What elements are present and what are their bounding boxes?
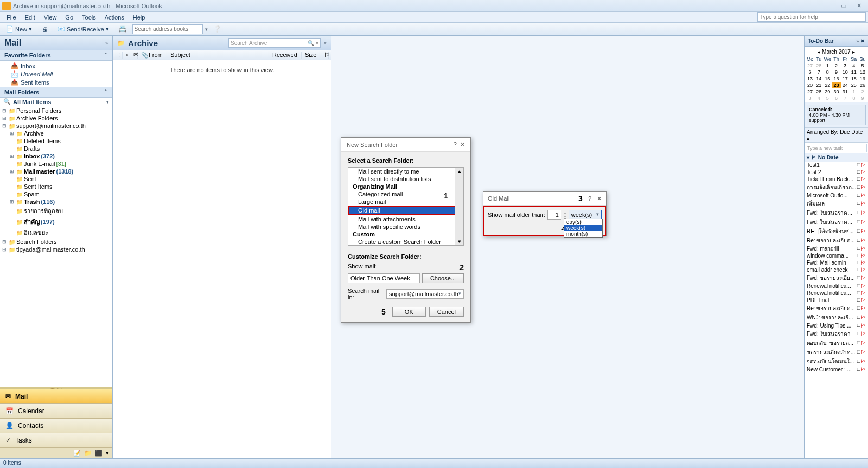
scrollbar[interactable]: ▴ ▾	[455, 168, 463, 245]
listbox-item[interactable]: Mail with specific words	[348, 223, 463, 230]
nav-folder-icon[interactable]: 📁	[84, 450, 92, 457]
task-item[interactable]: Ticket From Back...☐🏳	[805, 176, 868, 183]
todo-close-icon[interactable]: ✕	[860, 38, 865, 44]
task-item[interactable]: Fwd: ใบเสนอราคา☐🏳	[805, 329, 868, 338]
nav-notes-icon[interactable]: 📝	[73, 450, 81, 457]
dialog-close-icon[interactable]: ✕	[460, 141, 465, 148]
cancel-button[interactable]: Cancel	[429, 307, 464, 317]
menu-go[interactable]: Go	[61, 13, 78, 22]
old-mail-help-icon[interactable]: ?	[588, 195, 591, 202]
task-item[interactable]: ตอบกลับ: ขอรายล...☐🏳	[805, 338, 868, 348]
date-navigator[interactable]: ◂ March 2017 ▸ MoTuWeThFrSaSu27281234567…	[805, 47, 868, 102]
task-item[interactable]: Fwd: ขอรายละเอีย...☐🏳	[805, 273, 868, 283]
old-mail-close-icon[interactable]: ✕	[597, 195, 602, 202]
folder-item[interactable]: 📁 Drafts	[0, 145, 112, 152]
task-item[interactable]: WNJ: ขอรายละเอี...☐🏳	[805, 313, 868, 322]
menu-edit[interactable]: Edit	[21, 13, 40, 22]
folder-item[interactable]: ⊞📁 Inbox (372)	[0, 152, 112, 160]
help-button[interactable]: ❔	[210, 24, 225, 34]
appointment-item[interactable]: Canceled: 4:00 PM - 4:30 PM support	[807, 105, 866, 125]
task-item[interactable]: Re: ขอรายละเอียด...☐🏳	[805, 304, 868, 313]
listbox-item[interactable]: Mail with attachments	[348, 215, 463, 223]
fav-inbox[interactable]: 📥 Inbox	[0, 62, 112, 70]
task-item[interactable]: New Customer : ...☐🏳	[805, 366, 868, 373]
column-headers[interactable]: !▫✉📎 From Subject Received Size 🏳	[113, 50, 331, 60]
folder-item[interactable]: ⊞📁 Mailmaster (1318)	[0, 168, 112, 175]
task-item[interactable]: Renewal notifica...☐🏳	[805, 290, 868, 297]
fav-unread[interactable]: 📩 Unread Mail	[0, 70, 112, 78]
send-receive-button[interactable]: 📧Send/Receive ▾	[54, 24, 113, 34]
expand-icon[interactable]: »	[324, 40, 327, 46]
fav-sent[interactable]: 📤 Sent Items	[0, 78, 112, 86]
task-item[interactable]: Test1☐🏳	[805, 162, 868, 169]
task-item[interactable]: email addr check☐🏳	[805, 266, 868, 273]
listbox-item[interactable]: Mail sent to distribution lists	[348, 175, 463, 183]
listbox-item-selected[interactable]: Old mail	[348, 206, 463, 215]
search-icon[interactable]: 🔍 ▾	[308, 40, 318, 46]
nav-calendar-button[interactable]: 📅 Calendar	[0, 403, 112, 418]
task-item[interactable]: Fwd: ใบเสนอราค...☐🏳	[805, 208, 868, 217]
menu-file[interactable]: File	[2, 13, 21, 22]
help-search-input[interactable]	[757, 12, 866, 22]
task-arrange-header[interactable]: Arranged By: Due Date ▴	[805, 128, 868, 143]
folder-item[interactable]: ⊞📁 Search Folders	[0, 238, 112, 246]
option-days[interactable]: day(s)	[564, 219, 602, 225]
folder-item[interactable]: 📁 Sent	[0, 175, 112, 183]
address-book-button[interactable]: 📇	[115, 24, 130, 34]
favorite-folders-header[interactable]: Favorite Folders⌃	[0, 50, 112, 61]
task-item[interactable]: Microsoft Outlo...☐🏳	[805, 192, 868, 199]
close-button[interactable]: ✕	[852, 2, 866, 10]
folder-item[interactable]: ⊞📁 Archive	[0, 130, 112, 137]
choose-button[interactable]: Choose...	[422, 273, 464, 283]
listbox-item[interactable]: Mail sent directly to me	[348, 168, 463, 175]
folder-item[interactable]: ⊞📁 tipyada@mailmaster.co.th	[0, 246, 112, 253]
maximize-button[interactable]: ▭	[837, 2, 851, 10]
task-item[interactable]: Fwd: mandrill☐🏳	[805, 245, 868, 252]
search-folder-input[interactable]: Search Archive 🔍 ▾	[228, 38, 321, 48]
task-item[interactable]: Renewal notifica...☐🏳	[805, 283, 868, 290]
task-item[interactable]: ขอรายละเอียดสำห...☐🏳	[805, 348, 868, 357]
task-item[interactable]: เพิ่มเมล☐🏳	[805, 199, 868, 208]
task-item[interactable]: Fwd: Mail admin☐🏳	[805, 259, 868, 266]
folder-item[interactable]: ⊟📁 support@mailmaster.co.th	[0, 122, 112, 130]
todo-collapse-icon[interactable]: »	[856, 39, 859, 44]
folder-item[interactable]: 📁 Junk E-mail [31]	[0, 160, 112, 168]
all-mail-items[interactable]: 🔍 All Mail Items ▾	[0, 98, 112, 106]
folder-item[interactable]: 📁 Sent Items	[0, 183, 112, 190]
task-item[interactable]: การแจ้งเตือนเกี่ยวก...☐🏳	[805, 183, 868, 192]
menu-view[interactable]: View	[40, 13, 61, 22]
menu-actions[interactable]: Actions	[100, 13, 129, 22]
collapse-icon[interactable]: «	[105, 40, 108, 46]
print-button[interactable]: 🖨	[38, 24, 52, 34]
older-than-value[interactable]	[547, 210, 561, 220]
task-item[interactable]: Fwd: Using Tips ...☐🏳	[805, 322, 868, 329]
new-button[interactable]: 📄New ▾	[2, 24, 36, 34]
search-folder-listbox[interactable]: Mail sent directly to meMail sent to dis…	[348, 167, 464, 246]
folder-item[interactable]: ⊟📁 Personal Folders	[0, 107, 112, 114]
search-in-dropdown[interactable]: support@mailmaster.co.th▾	[386, 289, 464, 299]
mail-folders-header[interactable]: Mail Folders⌃	[0, 87, 112, 98]
nav-more-icon[interactable]: ▾	[106, 450, 109, 457]
menu-help[interactable]: Help	[129, 13, 150, 22]
folder-item[interactable]: 📁 รายการที่ถูกลบ	[0, 206, 112, 216]
nav-tasks-button[interactable]: ✓ Tasks	[0, 433, 112, 447]
task-item[interactable]: window comma...☐🏳	[805, 252, 868, 259]
nav-contacts-button[interactable]: 👤 Contacts	[0, 418, 112, 433]
dialog-help-icon[interactable]: ?	[454, 141, 457, 148]
task-group-nodate[interactable]: ▾ 🏳 No Date	[805, 153, 868, 162]
folder-item[interactable]: ⊞📁 Archive Folders	[0, 114, 112, 122]
option-months[interactable]: month(s)	[564, 231, 602, 237]
new-task-input[interactable]: Type a new task	[806, 144, 867, 152]
task-item[interactable]: Fwd: ใบเสนอราค...☐🏳	[805, 217, 868, 227]
folder-item[interactable]: 📁 อีเมลขยะ	[0, 227, 112, 238]
minimize-button[interactable]: —	[821, 2, 835, 10]
task-item[interactable]: RE: [โค้ดรักซ้อนซ...☐🏳	[805, 227, 868, 236]
unit-dropdown-list[interactable]: day(s) week(s) month(s)	[564, 219, 603, 238]
nav-mail-button[interactable]: ✉ Mail	[0, 389, 112, 403]
task-item[interactable]: PDF final☐🏳	[805, 297, 868, 304]
task-item[interactable]: Re: ขอรายละเอียด...☐🏳	[805, 236, 868, 245]
nav-shortcuts-icon[interactable]: ⬛	[95, 450, 103, 457]
option-weeks[interactable]: week(s)	[564, 225, 602, 231]
folder-item[interactable]: 📁 Spam	[0, 190, 112, 198]
folder-item[interactable]: 📁 สำคัญ (197)	[0, 216, 112, 227]
